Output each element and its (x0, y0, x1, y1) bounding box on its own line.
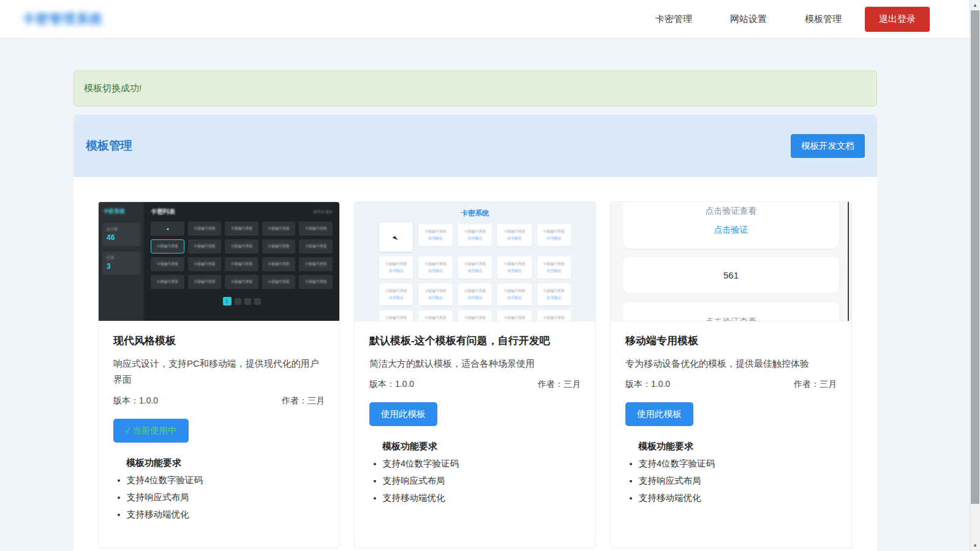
template-card-modern: 卡密系统 总卡密 46 已用 3 卡密 (98, 201, 340, 549)
preview-grid-button[interactable]: 卡密编号查看 (225, 239, 258, 253)
preview-grid-button[interactable]: 卡密编号查看 (262, 239, 296, 253)
default-preview-grid: 卡密编号查看点击验证卡密编号查看点击验证卡密编号查看点击验证卡密编号查看点击验证… (379, 224, 571, 321)
preview-grid-button[interactable]: 卡密编号查看 (225, 275, 258, 289)
current-template-button[interactable]: √ 当前使用中 (113, 419, 189, 443)
panel-body: 卡密系统 总卡密 46 已用 3 卡密 (74, 177, 877, 551)
page-content: 模板切换成功! 模板管理 模板开发文档 卡密系统 总卡密 46 (74, 70, 877, 551)
template-preview-default: 卡密系统 卡密编号查看点击验证卡密编号查看点击验证卡密编号查看点击验证卡密编号查… (355, 202, 595, 321)
feature-item: 支持响应式布局 (127, 492, 325, 503)
preview-verify-link[interactable]: 点击验证 (623, 225, 839, 236)
preview-page[interactable] (244, 298, 251, 305)
use-template-button[interactable]: 使用此模板 (369, 402, 437, 426)
preview-scrollbar (848, 202, 849, 321)
navbar-links: 卡密管理 网站设置 模板管理 退出登录 (617, 7, 930, 32)
preview-grid-card[interactable]: 卡密编号查看点击验证 (497, 310, 531, 321)
preview-grid-button[interactable]: 卡密编号查看 (151, 257, 184, 271)
top-navbar: 卡密管理系统 卡密管理 网站设置 模板管理 退出登录 (0, 0, 980, 38)
template-description: 简洁大方的默认模板，适合各种场景使用 (369, 356, 581, 372)
features-title: 模板功能要求 (126, 457, 325, 469)
preview-mobile-item: 561 (623, 257, 839, 293)
template-card-default: 卡密系统 卡密编号查看点击验证卡密编号查看点击验证卡密编号查看点击验证卡密编号查… (354, 201, 596, 549)
preview-grid-button[interactable]: 卡密编号查看 (299, 239, 333, 253)
preview-grid-card[interactable]: 卡密编号查看点击验证 (458, 224, 492, 246)
preview-grid-button[interactable]: 卡密编号查看 (151, 239, 184, 253)
template-description: 专为移动设备优化的模板，提供最佳触控体验 (625, 356, 837, 372)
preview-grid-card[interactable]: 卡密编号查看点击验证 (418, 257, 452, 279)
template-version: 版本：1.0.0 (369, 379, 414, 390)
preview-title: 卡密系统 (355, 209, 595, 218)
preview-grid-button[interactable]: 卡密编号查看 (188, 257, 222, 271)
preview-grid-card[interactable]: 卡密编号查看点击验证 (497, 283, 531, 305)
scrollbar-up-arrow-icon[interactable]: ▲ (970, 0, 980, 10)
features-list: 支持4位数字验证码 支持响应式布局 支持移动端优化 (113, 474, 325, 520)
preview-grid-card[interactable]: 卡密编号查看点击验证 (458, 257, 492, 279)
page-title: 模板管理 (86, 138, 132, 154)
preview-grid-card[interactable]: 卡密编号查看点击验证 (458, 283, 492, 305)
preview-grid-card[interactable]: 卡密编号查看点击验证 (418, 283, 452, 305)
preview-grid-button[interactable]: 卡密编号查看 (151, 275, 184, 289)
nav-item-template-management[interactable]: 模板管理 (805, 13, 842, 25)
preview-grid-card[interactable]: 卡密编号查看点击验证 (537, 310, 571, 321)
preview-grid-button[interactable]: ◂ (151, 222, 184, 236)
preview-logo: 卡密系统 (103, 208, 140, 216)
feature-item: 支持移动端优化 (127, 509, 325, 520)
preview-grid-button[interactable]: 卡密编号查看 (299, 222, 333, 236)
features-list: 支持4位数字验证码 支持响应式布局 支持移动端优化 (625, 458, 837, 504)
preview-grid-card[interactable]: 卡密编号查看点击验证 (418, 224, 452, 246)
site-logo[interactable]: 卡密管理系统 (22, 10, 103, 28)
preview-grid-button[interactable]: 卡密编号查看 (225, 222, 258, 236)
template-features: 模板功能要求 支持4位数字验证码 支持响应式布局 支持移动端优化 (625, 441, 837, 504)
template-management-panel: 模板管理 模板开发文档 卡密系统 总卡密 46 已用 (74, 114, 877, 551)
use-template-button[interactable]: 使用此模板 (625, 402, 693, 426)
feature-item: 支持4位数字验证码 (383, 458, 581, 470)
preview-grid-card[interactable]: 卡密编号查看点击验证 (379, 310, 413, 321)
template-card-mobile: 点击验证查看 点击验证 561 点击验证查看 移动端专用模板 (610, 201, 852, 549)
scrollbar-down-arrow-icon[interactable]: ▼ (970, 541, 980, 551)
preview-stat-value: 3 (107, 262, 136, 271)
preview-card-value: 561 (623, 270, 839, 280)
preview-grid-card[interactable] (379, 222, 413, 252)
browser-scrollbar[interactable]: ▲ ▼ (970, 0, 980, 551)
template-meta: 版本：1.0.0 作者：三月 (625, 379, 837, 390)
preview-grid-button[interactable]: 卡密编号查看 (262, 275, 296, 289)
nav-item-site-settings[interactable]: 网站设置 (730, 13, 767, 25)
features-list: 支持4位数字验证码 支持响应式布局 支持移动端优化 (369, 458, 581, 504)
preview-grid-button[interactable]: 卡密编号查看 (299, 257, 333, 271)
preview-stat-card: 总卡密 46 (102, 223, 140, 246)
template-author: 作者：三月 (538, 379, 581, 390)
preview-grid-button[interactable]: 卡密编号查看 (188, 275, 222, 289)
preview-grid-card[interactable]: 卡密编号查看点击验证 (497, 257, 531, 279)
preview-page[interactable] (254, 298, 261, 305)
logout-button[interactable]: 退出登录 (865, 7, 930, 32)
preview-grid-card[interactable]: 卡密编号查看点击验证 (537, 224, 571, 246)
feature-item: 支持移动端优化 (383, 492, 581, 504)
preview-grid-card[interactable]: 卡密编号查看点击验证 (458, 310, 492, 321)
preview-grid-button[interactable]: 卡密编号查看 (262, 257, 296, 271)
preview-grid-card[interactable]: 卡密编号查看点击验证 (418, 310, 452, 321)
template-author: 作者：三月 (282, 395, 325, 407)
template-preview-mobile: 点击验证查看 点击验证 561 点击验证查看 (611, 202, 851, 321)
preview-grid-card[interactable]: 卡密编号查看点击验证 (537, 283, 571, 305)
preview-page[interactable] (235, 298, 241, 305)
nav-item-card-key-management[interactable]: 卡密管理 (655, 13, 692, 25)
template-version: 版本：1.0.0 (625, 379, 670, 390)
preview-grid-button[interactable]: 卡密编号查看 (188, 222, 222, 236)
preview-grid-card[interactable]: 卡密编号查看点击验证 (379, 257, 413, 279)
feature-item: 支持4位数字验证码 (639, 458, 837, 470)
preview-grid-card[interactable]: 卡密编号查看点击验证 (379, 283, 413, 305)
preview-stat-card: 已用 3 (102, 252, 140, 275)
preview-page-active[interactable]: 1 (223, 297, 232, 305)
preview-grid-button[interactable]: 卡密编号查看 (262, 222, 296, 236)
preview-grid-button[interactable]: 卡密编号查看 (188, 239, 222, 253)
scrollbar-thumb[interactable] (971, 10, 979, 504)
preview-grid-card[interactable]: 卡密编号查看点击验证 (497, 224, 531, 246)
preview-grid-button[interactable]: 卡密编号查看 (299, 275, 333, 289)
template-docs-button[interactable]: 模板开发文档 (791, 134, 865, 158)
preview-grid-button[interactable]: 卡密编号查看 (225, 257, 258, 271)
preview-grid-card[interactable]: 卡密编号查看点击验证 (537, 257, 571, 279)
template-title: 默认模板-这个模板有问题，自行开发吧 (369, 334, 581, 348)
template-title: 移动端专用模板 (625, 334, 837, 348)
preview-mobile-item: 点击验证查看 (623, 302, 839, 321)
preview-stat-value: 46 (107, 233, 136, 242)
success-alert: 模板切换成功! (74, 70, 877, 107)
